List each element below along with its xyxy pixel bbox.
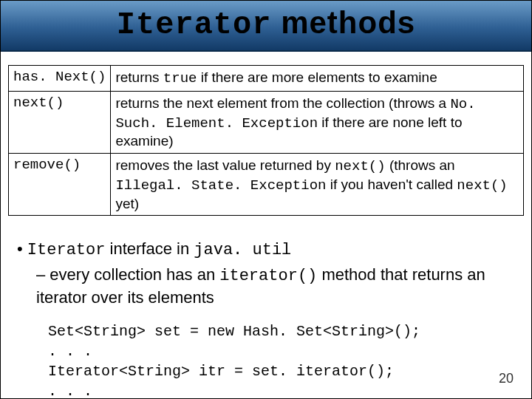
method-desc: removes the last value returned by next(… — [111, 154, 524, 216]
table-row: remove() removes the last value returned… — [9, 154, 524, 216]
title-mono: Iterator — [117, 7, 272, 43]
code-line: Set<String> set = new Hash. Set<String>(… — [48, 323, 420, 340]
code-line: . . . — [48, 343, 92, 360]
title-bar: Iterator methods — [1, 1, 531, 52]
method-desc: returns true if there are more elements … — [111, 66, 524, 92]
method-name: has. Next() — [9, 66, 111, 92]
slide-title: Iterator methods — [117, 5, 415, 40]
methods-table: has. Next() returns true if there are mo… — [8, 65, 524, 216]
table-row: has. Next() returns true if there are mo… — [9, 66, 524, 92]
method-name: remove() — [9, 154, 111, 216]
method-name: next() — [9, 91, 111, 153]
code-line: Iterator<String> itr = set. iterator(); — [48, 363, 394, 380]
sub-bullet-item: every collection has an iterator() metho… — [36, 265, 524, 308]
method-desc: returns the next element from the collec… — [111, 91, 524, 153]
bullet-item: Iterator interface in java. util every c… — [17, 238, 524, 308]
table-row: next() returns the next element from the… — [9, 91, 524, 153]
page-number: 20 — [499, 371, 514, 386]
title-rest: methods — [271, 5, 415, 40]
code-line: . . . — [48, 383, 92, 399]
slide: Iterator methods has. Next() returns tru… — [0, 0, 532, 399]
bullet-list: Iterator interface in java. util every c… — [17, 238, 524, 308]
sub-bullet-list: every collection has an iterator() metho… — [36, 265, 524, 308]
code-block: Set<String> set = new Hash. Set<String>(… — [48, 321, 531, 399]
